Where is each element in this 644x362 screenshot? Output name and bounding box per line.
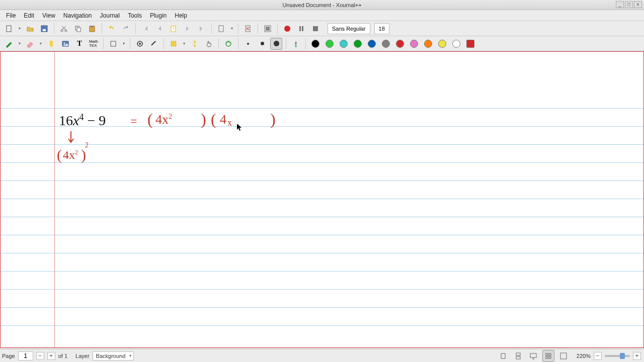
thickness-medium-button[interactable] [256,38,268,50]
view-single-page-button[interactable] [497,350,509,362]
latex-tool-button[interactable]: MathTEX [88,38,100,50]
font-size-input[interactable]: 18 [374,23,389,34]
vertical-space-button[interactable] [189,38,201,50]
layer-label: Layer [75,353,90,359]
goto-prev-page-button[interactable] [153,23,166,35]
goto-next-page-button[interactable] [182,23,194,35]
paste-button[interactable] [86,23,98,35]
menu-journal[interactable]: Journal [96,11,124,21]
page-prev-button[interactable]: − [36,352,44,360]
image-tool-button[interactable] [59,38,71,50]
menu-tools[interactable]: Tools [124,11,146,21]
zoom-in-button[interactable]: + [633,352,641,360]
svg-rect-30 [516,353,520,355]
view-presentation-button[interactable] [527,350,539,362]
color-gray[interactable] [380,38,392,50]
page-number-input[interactable] [18,351,33,360]
handwriting-paren2-close: ) [270,110,276,129]
pause-button[interactable] [295,23,307,35]
menu-navigation[interactable]: Navigation [59,11,96,21]
handwriting-term1: 4x2 [155,112,172,127]
svg-point-22 [64,42,65,44]
zoom-out-button[interactable]: − [594,352,602,360]
thickness-fine-button[interactable] [242,38,254,50]
svg-rect-29 [501,353,505,358]
minimize-button[interactable]: _ [616,1,624,8]
page[interactable]: 16x4 − 9 = ( 4x2 ) ( 4x ) ( 4x2 ) 2 [0,51,644,348]
menu-help[interactable]: Help [171,11,191,21]
color-magenta[interactable] [408,38,420,50]
default-tool-button[interactable] [222,38,234,50]
font-family-select[interactable]: Sans Regular [328,23,370,34]
new-file-button[interactable] [3,23,15,35]
color-red[interactable] [394,38,406,50]
record-button[interactable] [281,23,293,35]
view-grid-button[interactable] [542,350,554,362]
pen-tool-button[interactable] [3,38,15,50]
page-options-dropdown[interactable]: ▾ [229,26,234,31]
view-continuous-button[interactable] [512,350,524,362]
handwriting-paren1-open: ( [147,110,153,129]
ruler-button[interactable] [148,38,160,50]
highlighter-tool-button[interactable] [45,38,57,50]
copy-button[interactable] [72,23,84,35]
menu-edit[interactable]: Edit [20,11,38,21]
goto-first-page-button[interactable] [139,23,151,35]
color-custom[interactable] [464,38,476,50]
svg-rect-23 [111,41,116,46]
goto-last-page-button[interactable] [196,23,208,35]
color-white[interactable] [450,38,462,50]
text-tool-button[interactable]: T [73,38,86,50]
color-black[interactable] [309,38,321,50]
thickness-thick-button[interactable] [270,38,282,50]
page-next-button[interactable]: + [47,352,55,360]
svg-rect-2 [43,29,46,31]
undo-button[interactable] [106,23,118,35]
cut-button[interactable] [58,23,70,35]
eraser-dropdown[interactable]: ▾ [38,41,43,46]
color-picker-button[interactable] [290,38,302,50]
shape-dropdown[interactable]: ▾ [121,41,126,46]
annotate-pdf-button[interactable] [262,23,274,35]
latex-expression[interactable]: 16x4 − 9 [59,112,106,129]
color-cyan[interactable] [338,38,350,50]
svg-rect-36 [549,356,551,358]
select-rect-button[interactable] [168,38,180,50]
svg-rect-0 [7,26,11,32]
svg-point-25 [139,43,141,45]
svg-rect-20 [50,41,53,46]
close-button[interactable]: × [634,1,642,8]
delete-page-button[interactable] [242,23,254,35]
color-green2[interactable] [352,38,364,50]
open-file-button[interactable] [24,23,36,35]
maximize-button[interactable]: □ [625,1,633,8]
new-file-dropdown[interactable]: ▾ [17,26,22,31]
canvas-area[interactable]: 16x4 − 9 = ( 4x2 ) ( 4x ) ( 4x2 ) 2 [0,51,644,349]
color-green[interactable] [324,38,336,50]
shape-tool-button[interactable] [107,38,119,50]
pen-dropdown[interactable]: ▾ [17,41,22,46]
menu-file[interactable]: File [2,11,20,21]
save-button[interactable] [38,23,50,35]
color-yellow[interactable] [436,38,448,50]
eraser-tool-button[interactable] [24,38,36,50]
menu-view[interactable]: View [38,11,59,21]
insert-page-button[interactable]: + [168,23,180,35]
select-dropdown[interactable]: ▾ [182,41,187,46]
cursor-icon [236,123,243,131]
page-of-label: of 1 [58,353,67,359]
layer-select[interactable]: Background [93,351,134,360]
menubar: File Edit View Navigation Journal Tools … [0,10,644,21]
svg-rect-16 [266,27,270,31]
hand-tool-button[interactable] [203,38,215,50]
handwriting-line2-open: ( [57,146,62,163]
shape-recognizer-button[interactable] [134,38,146,50]
color-blue[interactable] [366,38,378,50]
page-options-button[interactable] [215,23,227,35]
redo-button[interactable] [120,23,132,35]
color-orange[interactable] [422,38,434,50]
menu-plugin[interactable]: Plugin [146,11,171,21]
view-fullscreen-button[interactable] [557,350,570,362]
zoom-slider[interactable] [605,355,630,357]
stop-button[interactable] [309,23,321,35]
